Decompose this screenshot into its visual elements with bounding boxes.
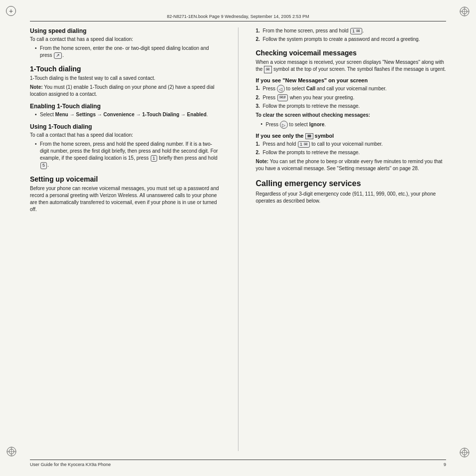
enabling-list: Select Menu → Settings → Convenience → 1…: [30, 111, 221, 118]
one-touch-note: Note: You must (1) enable 1-Touch dialin…: [30, 84, 221, 98]
calling-emergency-body: Regardless of your 3-digit emergency cod…: [256, 191, 447, 205]
one-touch-heading: 1-Touch dialing: [30, 65, 221, 73]
footer-left: User Guide for the Kyocera KX9a Phone: [30, 462, 111, 467]
enabling-section: Enabling 1-Touch dialing Select Menu → S…: [30, 103, 221, 118]
right-column: 1. From the home screen, press and hold …: [251, 27, 447, 451]
enabling-bullet: Select Menu → Settings → Convenience → 1…: [35, 111, 221, 118]
nav-left-btn: ◁: [277, 85, 285, 93]
new-messages-step-1: 1. Press ◁ to select Call and call your …: [256, 85, 447, 93]
clear-screen-label: To clear the screen without checking mes…: [256, 112, 447, 119]
footer: User Guide for the Kyocera KX9a Phone 9: [30, 460, 446, 467]
using-1touch-intro: To call a contact that has a speed dial …: [30, 132, 221, 139]
key-1: 1: [151, 155, 157, 162]
new-messages-step-3: 3. Follow the prompts to retrieve the me…: [256, 103, 447, 110]
calling-emergency-heading: Calling emergency services: [256, 179, 447, 188]
using-speed-dialing-heading: Using speed dialing: [30, 27, 221, 34]
send-key-2: ✉#: [277, 94, 288, 101]
if-new-messages-heading: If you see "New Messages" on your screen: [256, 77, 447, 83]
symbol-step-2: 2. Follow the prompts to retrieve the me…: [256, 149, 447, 156]
voicemail-symbol: ✉: [264, 66, 272, 73]
voicemail-symbol-2: ✉: [305, 133, 313, 139]
if-new-messages-section: If you see "New Messages" on your screen…: [256, 77, 447, 129]
setting-voicemail-body: Before your phone can receive voicemail …: [30, 185, 221, 213]
column-divider: [238, 27, 238, 451]
nav-right-btn: ▷: [280, 121, 288, 129]
footer-right: 9: [444, 462, 446, 467]
voicemail-setup-steps: 1. From the home screen, press and hold …: [256, 27, 447, 43]
reg-mark-br: [459, 447, 469, 457]
enabling-heading: Enabling 1-Touch dialing: [30, 103, 221, 110]
checking-voicemail-section: Checking voicemail messages When a voice…: [256, 49, 447, 73]
using-speed-dialing-section: Using speed dialing To call a contact th…: [30, 27, 221, 59]
top-bar: 82-N8271-1EN.book Page 9 Wednesday, Sept…: [30, 14, 446, 21]
using-speed-dialing-bullet: From the home screen, enter the one- or …: [35, 45, 221, 59]
using-1touch-list: From the home screen, press and hold the…: [30, 141, 221, 169]
using-speed-dialing-list: From the home screen, enter the one- or …: [30, 45, 221, 59]
book-info: 82-N8271-1EN.book Page 9 Wednesday, Sept…: [30, 14, 446, 19]
new-messages-step-2: 2. Press ✉# when you hear your greeting.: [256, 94, 447, 101]
reg-mark-tl: [6, 6, 16, 16]
if-symbol-section: If you see only the ✉ symbol 1. Press an…: [256, 133, 447, 156]
clear-screen-list: Press ▷ to select Ignore.: [256, 121, 447, 129]
symbol-step-1: 1. Press and hold 1 ✉ to call to your vo…: [256, 141, 447, 148]
send-key: ↗: [54, 52, 62, 59]
symbol-steps: 1. Press and hold 1 ✉ to call to your vo…: [256, 141, 447, 156]
reg-mark-tr: [459, 6, 469, 16]
setting-voicemail-heading: Setting up voicemail: [30, 175, 221, 183]
using-1touch-section: Using 1-Touch dialing To call a contact …: [30, 123, 221, 169]
checking-voicemail-heading: Checking voicemail messages: [256, 49, 447, 57]
voicemail-key: 1 ✉: [350, 28, 362, 35]
using-1touch-bullet: From the home screen, press and hold the…: [35, 141, 221, 169]
voicemail-step-1: 1. From the home screen, press and hold …: [256, 27, 447, 34]
one-touch-intro: 1-Touch dialing is the fastest way to ca…: [30, 75, 221, 82]
checking-voicemail-intro: When a voice message is received, your s…: [256, 59, 447, 73]
new-messages-steps: 1. Press ◁ to select Call and call your …: [256, 85, 447, 110]
voicemail-key-2: 1 ✉: [298, 141, 310, 148]
left-column: Using speed dialing To call a contact th…: [30, 27, 226, 451]
voicemail-note: Note: You can set the phone to beep or v…: [256, 158, 447, 172]
reg-mark-bl: [6, 446, 16, 456]
setting-voicemail-section: Setting up voicemail Before your phone c…: [30, 175, 221, 213]
calling-emergency-section: Calling emergency services Regardless of…: [256, 179, 447, 205]
if-symbol-heading: If you see only the ✉ symbol: [256, 133, 447, 139]
clear-screen-bullet: Press ▷ to select Ignore.: [261, 121, 447, 129]
voicemail-step-2: 2. Follow the system prompts to create a…: [256, 36, 447, 43]
using-1touch-heading: Using 1-Touch dialing: [30, 123, 221, 130]
one-touch-section: 1-Touch dialing 1-Touch dialing is the f…: [30, 65, 221, 98]
using-speed-dialing-intro: To call a contact that has a speed dial …: [30, 36, 221, 43]
key-5: 5: [40, 162, 47, 169]
